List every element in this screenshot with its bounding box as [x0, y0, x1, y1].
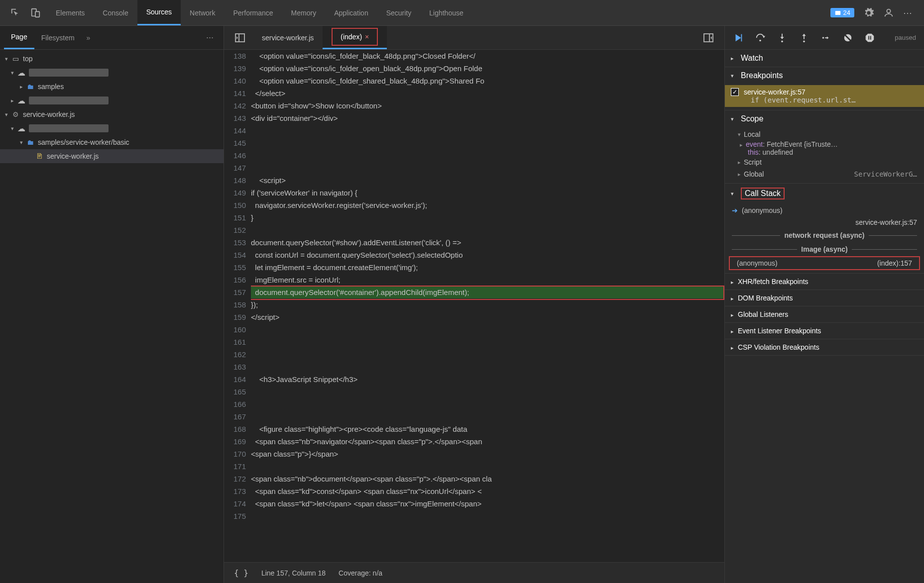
main-tabs: Elements Console Sources Network Perform… — [0, 0, 924, 26]
scope-event[interactable]: ▸event: FetchEvent {isTruste… — [725, 140, 924, 148]
cs-loc-2-label: (index):157 — [877, 259, 912, 267]
nav-more-tabs[interactable]: » — [82, 34, 96, 42]
tree-sw-label: service-worker.js — [23, 110, 75, 118]
tab-network[interactable]: Network — [181, 0, 224, 25]
scope-global[interactable]: ▸GlobalServiceWorkerG… — [725, 168, 924, 180]
frame-icon — [11, 54, 20, 63]
scope-title: Scope — [741, 114, 763, 123]
svg-point-7 — [759, 39, 761, 41]
tab-console[interactable]: Console — [94, 0, 137, 25]
paused-label: paused — [895, 34, 916, 41]
tree-samples-label: samples — [38, 83, 64, 91]
issues-count: 24 — [843, 9, 850, 16]
tree-file-selected[interactable]: 🖹service-worker.js — [0, 149, 224, 163]
svg-point-8 — [781, 40, 783, 42]
cs-divider-image: Image (async) — [725, 242, 924, 256]
file-tab-sw[interactable]: service-worker.js — [253, 26, 323, 49]
debugger-panel: paused ▸Watch ▾Breakpoints ✓service-work… — [725, 26, 924, 583]
scope-script[interactable]: ▸Script — [725, 156, 924, 168]
svg-point-3 — [887, 9, 890, 12]
step-icon[interactable] — [820, 32, 831, 43]
deactivate-breakpoints-icon[interactable] — [842, 32, 853, 43]
cloud-icon — [17, 96, 26, 105]
tab-memory[interactable]: Memory — [282, 0, 326, 25]
breakpoints-title: Breakpoints — [741, 71, 783, 80]
issues-badge[interactable]: 24 — [830, 8, 854, 17]
show-debugger-icon[interactable] — [702, 32, 714, 44]
callstack-loc-1: service-worker.js:57 — [725, 216, 924, 228]
tree-file-label: service-worker.js — [47, 152, 99, 160]
origin-url-masked-3 — [29, 124, 109, 132]
breakpoints-header[interactable]: ▾Breakpoints — [725, 67, 924, 84]
svg-rect-12 — [868, 36, 869, 39]
step-out-icon[interactable] — [799, 32, 809, 43]
inspect-icon[interactable] — [10, 7, 21, 18]
service-worker-icon: ⚙ — [11, 110, 20, 119]
scope-local-label: Local — [744, 130, 760, 138]
cs-loc-1-label: service-worker.js:57 — [855, 218, 917, 226]
callstack-header[interactable]: ▾Call Stack — [725, 184, 924, 203]
editor-panel: service-worker.js (index)× 1381391401411… — [224, 26, 725, 583]
pretty-print-icon[interactable]: { } — [234, 568, 248, 578]
origin-url-masked — [29, 69, 109, 77]
svg-rect-6 — [741, 34, 742, 41]
folder-icon: 🖿 — [26, 138, 35, 147]
watch-header[interactable]: ▸Watch — [725, 50, 924, 67]
tree-origin-2[interactable]: ▸ — [0, 94, 224, 107]
account-icon[interactable] — [883, 7, 894, 18]
cursor-position: Line 157, Column 18 — [261, 569, 326, 577]
tree-worker-path[interactable]: ▾🖿samples/service-worker/basic — [0, 135, 224, 149]
tree-worker-origin[interactable]: ▾ — [0, 121, 224, 135]
callstack-frame-1[interactable]: ➔(anonymous) — [725, 204, 924, 216]
show-navigator-icon[interactable] — [234, 32, 246, 44]
settings-gear-icon[interactable] — [863, 7, 874, 18]
tab-security[interactable]: Security — [377, 0, 421, 25]
scope-header[interactable]: ▾Scope — [725, 110, 924, 127]
breakpoint-checkbox[interactable]: ✓ — [731, 88, 739, 96]
xhr-breakpoints-header[interactable]: XHR/fetch Breakpoints — [725, 274, 924, 290]
file-tab-index-label: (index) — [341, 33, 362, 41]
tab-sources[interactable]: Sources — [137, 0, 181, 25]
tree-top-label: top — [23, 55, 32, 63]
tree-origin-1[interactable]: ▾ — [0, 66, 224, 80]
global-listeners-header[interactable]: Global Listeners — [725, 306, 924, 323]
device-toggle-icon[interactable] — [30, 7, 41, 18]
scope-global-label: Global — [744, 170, 764, 178]
file-icon: 🖹 — [35, 152, 44, 161]
code-editor[interactable]: 1381391401411421431441451461471481491501… — [224, 50, 724, 562]
nav-options-icon[interactable]: ··· — [200, 32, 220, 43]
nav-tab-page[interactable]: Page — [4, 26, 34, 49]
file-tab-index[interactable]: (index)× — [323, 26, 387, 49]
scope-local[interactable]: ▾Local — [725, 128, 924, 140]
tree-path-label: samples/service-worker/basic — [38, 138, 129, 146]
line-gutter: 1381391401411421431441451461471481491501… — [224, 50, 251, 562]
tab-lighthouse[interactable]: Lighthouse — [420, 0, 472, 25]
nav-tab-filesystem[interactable]: Filesystem — [34, 26, 82, 49]
panel-tabs: Elements Console Sources Network Perform… — [47, 0, 824, 25]
tab-performance[interactable]: Performance — [224, 0, 282, 25]
tab-elements[interactable]: Elements — [47, 0, 94, 25]
close-tab-icon[interactable]: × — [365, 33, 369, 41]
folder-icon: 🖿 — [26, 82, 35, 91]
step-over-icon[interactable] — [755, 32, 766, 43]
dom-breakpoints-header[interactable]: DOM Breakpoints — [725, 290, 924, 306]
callstack-title: Call Stack — [741, 188, 785, 199]
pause-exceptions-icon[interactable] — [864, 32, 875, 43]
origin-url-masked-2 — [29, 97, 109, 104]
navigator-panel: Page Filesystem » ··· ▾top ▾ ▸🖿samples ▸… — [0, 26, 224, 583]
callstack-frame-2[interactable]: (anonymous)(index):157 — [729, 256, 920, 270]
status-bar: { } Line 157, Column 18 Coverage: n/a — [224, 562, 724, 583]
csp-violation-breakpoints-header[interactable]: CSP Violation Breakpoints — [725, 339, 924, 356]
step-into-icon[interactable] — [777, 32, 788, 43]
breakpoint-code: if (event.request.url.st… — [731, 96, 918, 104]
tree-folder-samples[interactable]: ▸🖿samples — [0, 80, 224, 94]
tree-worker[interactable]: ▾⚙service-worker.js — [0, 107, 224, 121]
tree-top[interactable]: ▾top — [0, 52, 224, 66]
file-tab-sw-label: service-worker.js — [262, 34, 314, 42]
svg-rect-2 — [835, 10, 840, 14]
event-listener-breakpoints-header[interactable]: Event Listener Breakpoints — [725, 323, 924, 339]
breakpoint-file[interactable]: service-worker.js:57 — [744, 88, 806, 96]
resume-icon[interactable] — [733, 32, 744, 43]
more-menu-icon[interactable]: ⋯ — [903, 7, 914, 18]
tab-application[interactable]: Application — [325, 0, 377, 25]
